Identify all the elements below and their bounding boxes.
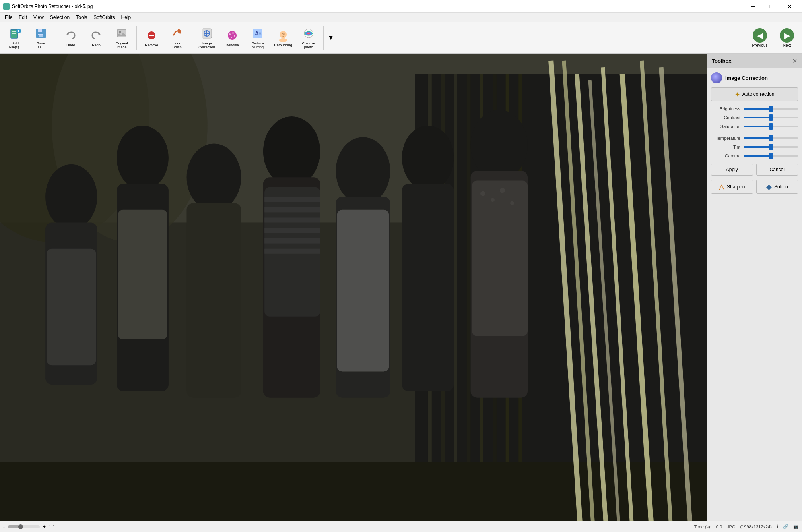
original-image-button[interactable]: Original Image <box>109 24 134 52</box>
svg-rect-62 <box>264 249 320 254</box>
toolbox-close-button[interactable]: ✕ <box>792 57 797 65</box>
soften-label: Soften <box>774 184 788 190</box>
previous-button[interactable]: ◀ Previous <box>748 28 772 48</box>
saturation-thumb[interactable] <box>769 123 773 130</box>
undo-brush-icon <box>170 26 184 41</box>
more-options-button[interactable]: ▼ <box>326 24 336 52</box>
contrast-label: Contrast <box>711 115 744 120</box>
brightness-thumb[interactable] <box>769 106 773 112</box>
menu-softorbits[interactable]: SoftOrbits <box>90 14 118 21</box>
tint-thumb[interactable] <box>769 144 773 150</box>
menu-selection[interactable]: Selection <box>47 14 73 21</box>
soften-button[interactable]: ◆ Soften <box>756 180 798 194</box>
svg-rect-5 <box>38 34 43 35</box>
effect-buttons: △ Sharpen ◆ Soften <box>711 180 798 194</box>
minimize-button[interactable]: ─ <box>744 0 762 13</box>
cancel-button[interactable]: Cancel <box>756 164 798 176</box>
svg-point-44 <box>187 144 241 211</box>
add-files-icon <box>8 26 23 41</box>
svg-rect-51 <box>402 184 454 391</box>
temperature-track[interactable] <box>744 137 798 139</box>
gamma-row: Gamma <box>711 153 798 158</box>
temperature-fill <box>744 137 771 139</box>
colorize-photo-button[interactable]: Colorize photo <box>296 24 321 52</box>
contrast-thumb[interactable] <box>769 114 773 121</box>
retouching-button[interactable]: Retouching <box>271 24 295 52</box>
maximize-button[interactable]: □ <box>762 0 781 13</box>
svg-point-24 <box>279 38 287 42</box>
auto-correction-button[interactable]: ✦ Auto correction <box>711 87 798 101</box>
sharpen-button[interactable]: △ Sharpen <box>711 180 753 194</box>
camera-icon[interactable]: 📷 <box>793 524 799 529</box>
menu-help[interactable]: Help <box>118 14 134 21</box>
menu-tools[interactable]: Tools <box>73 14 90 21</box>
save-as-button[interactable]: Save as... <box>29 24 53 52</box>
toolbox-header: Toolbox ✕ <box>707 54 802 68</box>
time-label: Time (s): <box>694 524 711 529</box>
temperature-thumb[interactable] <box>769 135 773 141</box>
retouching-icon <box>276 28 290 43</box>
gamma-track[interactable] <box>744 155 798 157</box>
gamma-thumb[interactable] <box>769 153 773 159</box>
denoise-button[interactable]: Denoise <box>220 24 245 52</box>
remove-button[interactable]: Remove <box>139 24 164 52</box>
svg-text:A: A <box>258 31 262 36</box>
status-right: Time (s): 0.0 JPG (1998x1312x24) ℹ 🔗 📷 <box>694 524 799 529</box>
sharpen-label: Sharpen <box>727 184 745 190</box>
undo-button[interactable]: Undo <box>58 24 83 52</box>
tint-track[interactable] <box>744 146 798 148</box>
spacer <box>711 133 798 136</box>
auto-correction-label: Auto correction <box>742 91 775 97</box>
info-icon[interactable]: ℹ <box>777 524 778 529</box>
brightness-label: Brightness <box>711 106 744 111</box>
svg-rect-30 <box>415 74 707 521</box>
toolbox-body: Image Correction ✦ Auto correction Brigh… <box>707 68 802 198</box>
nav-buttons: ◀ Previous ▶ Next <box>748 28 799 48</box>
app-icon <box>3 3 10 10</box>
saturation-fill <box>744 126 771 127</box>
gamma-fill <box>744 155 771 157</box>
contrast-track[interactable] <box>744 117 798 118</box>
separator-2 <box>136 26 137 50</box>
saturation-track[interactable] <box>744 126 798 127</box>
menu-view[interactable]: View <box>30 14 47 21</box>
svg-rect-54 <box>47 249 96 365</box>
sharpen-icon: △ <box>719 182 724 191</box>
zoom-slider-visual[interactable] <box>8 525 40 528</box>
wand-icon: ✦ <box>735 91 740 98</box>
denoise-label: Denoise <box>225 43 239 47</box>
correction-title: Image Correction <box>725 75 768 81</box>
photo-svg <box>0 54 707 521</box>
next-button[interactable]: ▶ Next <box>775 28 799 48</box>
save-as-label: Save as... <box>37 41 45 49</box>
close-button[interactable]: ✕ <box>781 0 799 13</box>
toolbox-panel: Toolbox ✕ Image Correction ✦ Auto correc… <box>707 54 802 521</box>
next-icon: ▶ <box>780 28 794 43</box>
menu-bar: File Edit View Selection Tools SoftOrbit… <box>0 13 802 22</box>
zoom-thumb[interactable] <box>18 524 23 529</box>
brightness-track[interactable] <box>744 108 798 110</box>
reduce-blurring-button[interactable]: AA Reduce blurring <box>245 24 270 52</box>
redo-label: Redo <box>92 43 101 47</box>
zoom-out-button[interactable]: - <box>3 524 5 530</box>
zoom-in-button[interactable]: + <box>43 524 46 530</box>
separator-1 <box>56 26 56 50</box>
denoise-icon <box>225 28 239 43</box>
add-files-button[interactable]: Add File(s)... <box>3 24 28 52</box>
zoom-level: 1:1 <box>49 524 55 529</box>
more-options-icon: ▼ <box>328 34 334 41</box>
redo-button[interactable]: Redo <box>84 24 109 52</box>
undo-brush-button[interactable]: Undo Brush <box>165 24 189 52</box>
image-correction-label: Image Correction <box>198 41 215 49</box>
menu-file[interactable]: File <box>2 14 16 21</box>
previous-icon: ◀ <box>753 28 767 43</box>
menu-edit[interactable]: Edit <box>16 14 30 21</box>
undo-icon <box>64 28 78 43</box>
share-icon[interactable]: 🔗 <box>783 524 788 529</box>
image-correction-button[interactable]: Image Correction <box>194 24 219 52</box>
contrast-row: Contrast <box>711 115 798 120</box>
svg-rect-63 <box>337 210 389 372</box>
toolbar: Add File(s)... Save as... Undo Redo Orig… <box>0 22 802 54</box>
separator-4 <box>323 26 324 50</box>
apply-button[interactable]: Apply <box>711 164 753 176</box>
